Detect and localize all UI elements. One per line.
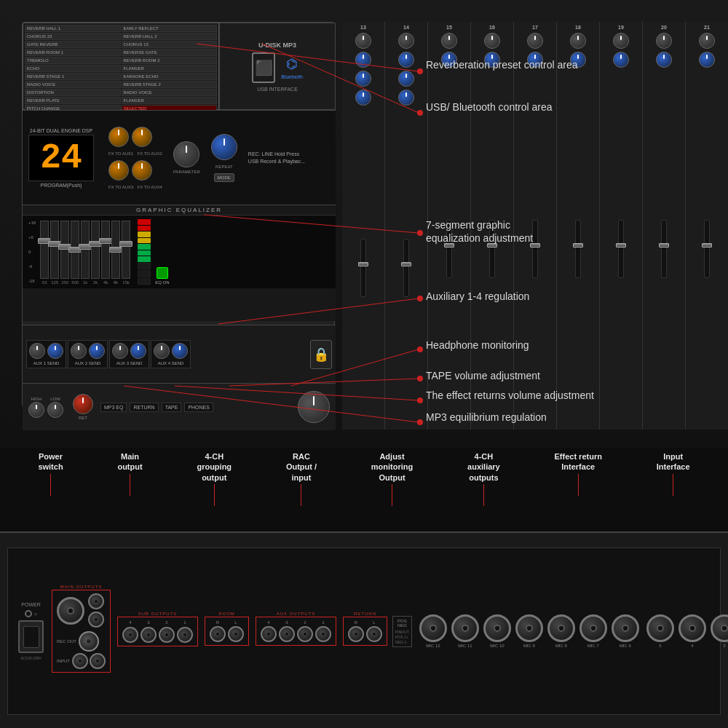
usb-port-icon[interactable]: ⬛ [252, 52, 275, 83]
preset-item: ECHO [25, 65, 121, 72]
phones-volume-knob[interactable] [298, 391, 330, 423]
ch19-eq[interactable] [613, 52, 629, 68]
ch4-xlr[interactable] [678, 614, 706, 642]
power-switch-toggle[interactable] [25, 610, 32, 617]
ch14-fader[interactable] [403, 239, 409, 297]
eq-on-button[interactable]: EQ ON [155, 267, 169, 285]
main-jack-l[interactable] [88, 612, 104, 628]
ch13-eq-lo[interactable] [355, 90, 371, 106]
ch20-eq[interactable] [656, 52, 672, 68]
aux4-send-knob[interactable] [154, 343, 170, 359]
aux2-send-knob2[interactable] [89, 343, 105, 359]
mic-xlr-9[interactable] [515, 614, 543, 642]
mic-label-12: MIC 12 [426, 644, 440, 648]
ch19-fader[interactable] [618, 220, 624, 278]
power-switch-area[interactable]: ○ [25, 610, 38, 617]
aux3-send-knob[interactable] [112, 343, 128, 359]
ch21-gain[interactable] [699, 33, 715, 49]
led-green-3 [138, 256, 151, 262]
fx-knob-1[interactable] [108, 127, 129, 147]
lock-icon[interactable]: 🔒 [310, 340, 332, 369]
eq-fader-15khz[interactable]: 15k [122, 221, 130, 285]
preset-item: FLANGER [122, 97, 218, 104]
fx-knob-3[interactable] [108, 160, 129, 181]
repeat-knob[interactable] [211, 134, 237, 160]
ch14-eq-hi[interactable] [398, 52, 414, 68]
low-knob[interactable] [47, 402, 63, 418]
rec-out-xlr[interactable] [79, 631, 99, 652]
ch5-xlr[interactable] [646, 614, 674, 642]
aux1-send-knob2[interactable] [47, 343, 63, 359]
eq-fader-1khz[interactable]: 1k [81, 221, 90, 285]
input-jack-l[interactable] [90, 653, 106, 669]
ch18-gain[interactable] [570, 33, 586, 49]
ch19-gain[interactable] [613, 33, 629, 49]
ch16-gain[interactable] [484, 33, 500, 49]
usb-label: U-DISK MP3 [258, 41, 296, 49]
fx-knob-2[interactable] [132, 127, 152, 147]
mic-xlr-12[interactable] [419, 614, 447, 642]
high-knob[interactable] [28, 402, 44, 418]
aux1-send-knob[interactable] [29, 343, 45, 359]
eq-fader-2khz[interactable]: 2k [91, 221, 100, 285]
aux4-send-knob2[interactable] [172, 343, 188, 359]
return-knob[interactable] [73, 394, 93, 414]
ch3-xlr[interactable] [711, 614, 728, 642]
preset-item: REVERB ROOM 2 [122, 57, 218, 64]
sub-jack-2[interactable] [159, 627, 175, 643]
ch21-eq[interactable] [699, 52, 715, 68]
ch20-fader[interactable] [661, 220, 667, 278]
power-switch-line [50, 474, 51, 496]
ch13-eq-mid[interactable] [355, 71, 371, 87]
return-jack-l[interactable] [366, 626, 382, 642]
ch18-fader[interactable] [575, 220, 581, 278]
room-jack-l[interactable] [228, 626, 244, 642]
aux-out-3[interactable] [279, 626, 295, 642]
ch14-eq-lo[interactable] [398, 90, 414, 106]
room-jack-r[interactable] [210, 626, 226, 642]
ch13-gain[interactable] [355, 33, 371, 49]
ch17-gain[interactable] [527, 33, 543, 49]
ch14-gain[interactable] [398, 33, 414, 49]
sub-jack-4[interactable] [122, 627, 138, 643]
ch17-fader[interactable] [532, 220, 538, 278]
mic-xlr-11[interactable] [451, 614, 479, 642]
fx-knob-4[interactable] [132, 160, 152, 181]
eq-fader-8khz[interactable]: 8k [111, 221, 120, 285]
ch13-eq-hi[interactable] [355, 52, 371, 68]
eq-fader-500hz[interactable]: 500 [71, 221, 79, 285]
main-jack-r[interactable] [88, 593, 104, 609]
label-rac-output: RACOutput /input [286, 451, 317, 506]
ch21-fader[interactable] [704, 220, 710, 278]
aux-out-2[interactable] [297, 626, 313, 642]
sub-jack-3[interactable] [141, 627, 157, 643]
label-4ch-aux: 4-CHauxiliaryoutputs [467, 451, 500, 506]
pos-neg-label: POS NEG [395, 619, 409, 628]
input-jack-r[interactable] [72, 653, 88, 669]
aux2-send-knob[interactable] [71, 343, 87, 359]
eq-fader-4khz[interactable]: 4k [101, 221, 110, 285]
aux-out-1[interactable] [315, 626, 331, 642]
ch13-fader[interactable] [360, 239, 366, 297]
effect-return-label: Effect returnInterface [555, 451, 602, 472]
aux-out-4[interactable] [261, 626, 277, 642]
eq-fader-250hz[interactable]: 250 [60, 221, 69, 285]
sub-jack-1[interactable] [177, 627, 193, 643]
eq-fader-63hz[interactable]: 63 [40, 221, 49, 285]
main-output-line [130, 474, 130, 496]
mic-xlr-8[interactable] [547, 614, 575, 642]
aux3-send-knob2[interactable] [130, 343, 146, 359]
mic-xlr-6[interactable] [612, 614, 639, 642]
mode-button[interactable]: MODE [214, 173, 234, 182]
mic-xlr-10[interactable] [483, 614, 511, 642]
mic-label-6: MIC 6 [620, 644, 631, 648]
mic-xlr-7[interactable] [579, 614, 607, 642]
eq-fader-125hz[interactable]: 125 [50, 221, 59, 285]
return-jack-r[interactable] [348, 626, 364, 642]
parameter-knob[interactable] [173, 141, 199, 167]
ch15-gain[interactable] [441, 33, 457, 49]
main-xlr-out[interactable] [57, 597, 84, 625]
ch14-eq-mid[interactable] [398, 71, 414, 87]
ch20-gain[interactable] [656, 33, 672, 49]
main-wrapper: REVERB HALL 1 EARLY REFLECT CHORUS 23 RE… [0, 0, 728, 728]
